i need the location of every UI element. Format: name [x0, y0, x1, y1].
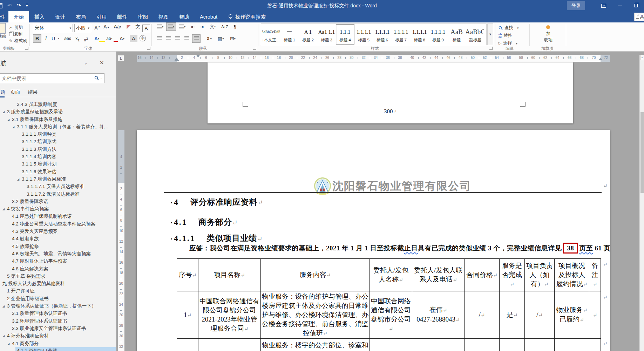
nav-item[interactable]: 3.2 质量保障承诺 — [0, 198, 116, 205]
table-cell[interactable] — [500, 339, 525, 351]
table-cell[interactable]: ↵ — [589, 291, 601, 339]
ribbon-tab[interactable]: 插入 — [29, 11, 50, 22]
tell-me-search[interactable]: 操作说明搜索 — [228, 11, 266, 22]
chevron-down-icon[interactable]: ⌄ — [84, 61, 88, 66]
customize-quick-access-icon[interactable]: ▾ — [26, 4, 28, 7]
sort-button[interactable]: A↓Z — [220, 22, 229, 31]
table-cell[interactable]: 物业服务：楼宇的公共部位、诊室和 — [261, 339, 370, 351]
dialog-launcher-icon[interactable] — [147, 47, 150, 50]
style-chip[interactable]: Aa1 1.1标题 3 — [317, 24, 336, 45]
shading-button[interactable]: ▨▾ — [216, 34, 226, 43]
table-cell[interactable]: 物业服务：设备的维护与管理、办公楼房屋建筑主体及办公家具的日常维护与维修、办公楼… — [261, 291, 370, 339]
nav-item[interactable]: ◢4 评分标准响应资料 — [0, 332, 116, 339]
clear-formatting-icon[interactable]: ◤ — [125, 22, 133, 31]
nav-item[interactable]: 3.1.1.2 培训形式 — [0, 138, 116, 145]
style-chip[interactable]: A 1标题 2 — [299, 24, 317, 45]
table-cell[interactable] — [525, 339, 555, 351]
styles-more-button[interactable]: ▼ — [487, 23, 493, 45]
tab-selector-button[interactable]: L — [118, 55, 124, 61]
nav-item[interactable]: 4.1 应急处理保障机制的承诺 — [0, 212, 116, 220]
select-button[interactable]: ▷ 选择▾ — [499, 40, 517, 46]
subscript-button[interactable]: x2 — [74, 34, 81, 43]
nav-item[interactable]: 4.6 极端天气、地震、汛情等灾害预案 — [0, 250, 116, 257]
nav-item[interactable]: 3.3 职业健康安全管理体系认证证书 — [0, 325, 116, 332]
nav-item[interactable]: 2.4.3 员工激励制度 — [0, 101, 116, 108]
nav-item[interactable]: 3.1.1.1 培训种类 — [0, 130, 116, 138]
right-indent-marker[interactable] — [599, 58, 602, 60]
ribbon-tab[interactable]: Acrobat — [195, 11, 223, 22]
nav-item[interactable]: 3.1 质量管理体系认证证书 — [0, 310, 116, 317]
nav-item[interactable]: ◢3.1.1 服务人员培训（包含：着装整齐、礼... — [0, 123, 116, 130]
table-cell[interactable]: /↵ — [465, 291, 500, 339]
ribbon-tab[interactable]: 设计 — [50, 11, 70, 22]
table-cell[interactable]: 是↵ — [500, 291, 525, 339]
expand-icon[interactable]: ◢ — [7, 116, 12, 123]
table-cell[interactable] — [412, 339, 465, 351]
ribbon-tab[interactable]: 帮助 — [174, 11, 195, 22]
table-cell[interactable]: 物业服务↵已履约↵ — [555, 291, 589, 339]
table-cell[interactable]: 崔伟↵0427-2688043↵ — [412, 291, 465, 339]
line-spacing-button[interactable]: ⇕▾ — [204, 34, 214, 43]
align-left-button[interactable] — [156, 34, 163, 43]
expand-icon[interactable]: ◢ — [2, 205, 7, 212]
asian-layout-button[interactable]: 文▾ — [208, 22, 218, 31]
italic-button[interactable]: I — [43, 34, 49, 43]
nav-item[interactable]: 5 第五章 采购需求 — [0, 272, 116, 280]
strikethrough-button[interactable]: abc — [62, 34, 73, 43]
undo-icon[interactable]: ↶ — [7, 2, 12, 9]
share-button[interactable]: 共 — [634, 13, 644, 21]
scrollbar-thumb[interactable] — [640, 112, 644, 193]
phonetic-guide-button[interactable]: 文 — [134, 22, 142, 31]
nav-item[interactable]: 3.1.1.4 培训内容 — [0, 153, 116, 160]
minimize-icon[interactable] — [612, 0, 628, 11]
multilevel-list-button[interactable]: ▾ — [177, 22, 187, 31]
nav-item[interactable]: 2 企业信用等级证书 — [0, 295, 116, 302]
table-cell[interactable] — [370, 339, 412, 351]
replace-button[interactable]: abac 替换 — [499, 33, 512, 39]
save-icon[interactable] — [0, 3, 2, 8]
dialog-launcher-icon[interactable] — [489, 47, 493, 50]
table-cell[interactable] — [555, 339, 589, 351]
style-chip[interactable]: AaBbC副标题 — [466, 24, 484, 45]
table-cell[interactable]: 中国联合网络通信有限公司盘锦市分公司↵ — [370, 291, 412, 339]
nav-item[interactable]: 4.4 触电事故 — [0, 235, 116, 242]
table-cell[interactable]: 1↵ — [177, 291, 198, 339]
nav-item[interactable]: 九 投标人认为必要的其他资料 — [0, 280, 116, 287]
nav-item[interactable]: 4.5 故障抢修 — [0, 243, 116, 250]
add-ins-button-line2[interactable]: 载项 — [540, 37, 557, 43]
add-ins-button[interactable]: 加 — [540, 31, 557, 37]
nav-item[interactable]: ◢3 管理体系认证证书（换新证，提供一下） — [0, 302, 116, 310]
style-chip[interactable]: 1.1.1.1标题 5 — [354, 24, 373, 45]
font-color-button[interactable]: A▾ — [117, 34, 127, 43]
nav-item[interactable]: 3.1.1.3 培训方法 — [0, 146, 116, 153]
vertical-scrollbar[interactable]: ▲ — [639, 55, 644, 351]
bullets-button[interactable]: ▾ — [156, 22, 165, 31]
nav-item[interactable]: 3.1.1.5 培训计划 — [0, 160, 116, 168]
restore-icon[interactable] — [628, 0, 644, 11]
ribbon-tab[interactable]: 开始 — [8, 11, 29, 22]
document-page[interactable]: 磐石 沈阳磐石物业管理有限公司 ▪4评分标准响应资料↵ ▪4.1商务部分↵ ▪4… — [137, 130, 610, 351]
chevron-down-icon[interactable]: ▾ — [57, 34, 60, 43]
ribbon-tab[interactable]: 审阅 — [133, 11, 153, 22]
decrease-indent-button[interactable]: ⇤ — [189, 22, 197, 31]
find-button[interactable]: 查找▾ — [499, 25, 519, 31]
nav-item[interactable]: 4.2 物业公司重大活动突发事件应急预案 — [0, 220, 116, 228]
nav-item[interactable]: 3.1.1.7.1 安保人员达标标准 — [0, 183, 116, 190]
style-chip[interactable]: 1.1.1.1标题 6 — [373, 24, 392, 45]
nav-item[interactable]: ◢4 突发事件应急预案 — [0, 205, 116, 212]
chevron-down-icon[interactable]: ⌄ — [100, 76, 103, 80]
add-ins-icon[interactable] — [546, 25, 550, 29]
expand-icon[interactable]: ◢ — [17, 176, 22, 183]
nav-item[interactable]: ◢3 服务质量保证措施及承诺 — [0, 108, 116, 115]
superscript-button[interactable]: x2 — [82, 34, 90, 43]
bold-button[interactable]: B — [33, 34, 41, 43]
style-chip[interactable]: AaBbCcDdE↓本文正... — [262, 24, 280, 45]
nav-item[interactable]: 4.8 应急解决方案 — [0, 265, 116, 272]
table-cell[interactable] — [177, 339, 198, 351]
show-marks-button[interactable]: ¶ — [231, 22, 238, 31]
redo-icon[interactable]: ↷ — [17, 2, 21, 9]
nav-item[interactable]: 3.1.1.6 效果评估 — [0, 168, 116, 175]
numbering-button[interactable]: ▾ — [166, 22, 176, 31]
nav-item[interactable]: 3.2 环境管理体系认证证书 — [0, 317, 116, 325]
nav-item[interactable]: 3.1.1.7.2 保洁员达标标准 — [0, 190, 116, 198]
